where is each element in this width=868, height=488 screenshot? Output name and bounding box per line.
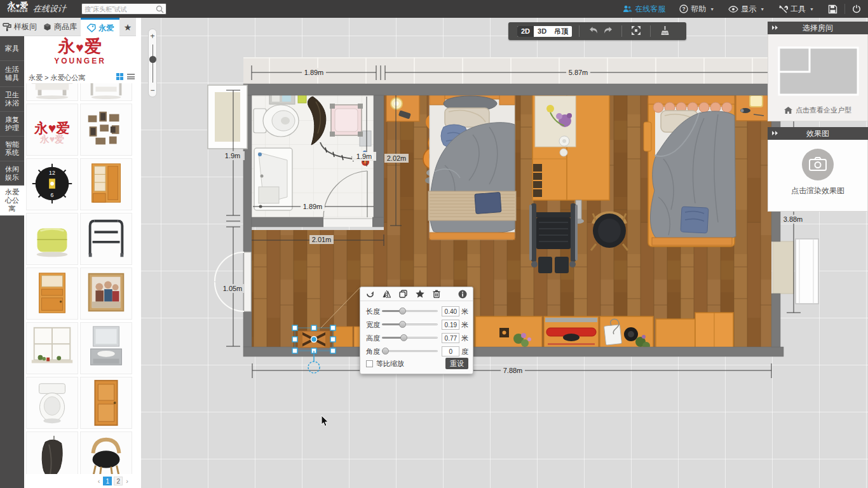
tools-menu[interactable]: 工具▼ [771, 0, 821, 18]
breadcrumb[interactable]: 永爱 > 永爱心公寓 [29, 73, 118, 83]
selection-handle[interactable] [292, 325, 297, 330]
undo-button[interactable] [587, 26, 600, 37]
product-thumb-coat-rack[interactable] [26, 431, 78, 474]
online-service-button[interactable]: 在线客服 [616, 0, 672, 18]
render-header[interactable]: 效果图 [768, 127, 868, 140]
floorplan-drawing: 1.89m5.87m7.88m1.9m1.05m3.88m1.89m1.9m2.… [141, 18, 868, 488]
product-thumb-vanity-mirror[interactable] [80, 322, 132, 374]
left-window [208, 85, 247, 149]
product-thumb-walker-frame[interactable] [80, 213, 132, 265]
grid-view-icon[interactable] [116, 73, 123, 80]
tab-templates[interactable]: 样板间 [0, 18, 39, 36]
product-thumb-orange-door[interactable] [80, 377, 132, 429]
rotate-handle[interactable] [308, 362, 320, 373]
length-slider[interactable] [382, 306, 438, 316]
collapse-icon[interactable] [771, 130, 778, 136]
next-page-button[interactable]: › [125, 477, 130, 485]
room-thumbnail[interactable] [777, 46, 860, 97]
selection-handle[interactable] [330, 348, 336, 353]
uniform-scale-checkbox[interactable] [366, 360, 373, 367]
exit-button[interactable] [845, 0, 868, 18]
page-button-2[interactable]: 2 [114, 477, 123, 485]
prev-page-button[interactable]: ‹ [97, 477, 102, 485]
product-thumb-black-wall-clock[interactable]: 126 [26, 158, 78, 210]
product-thumb-window-with-plants[interactable] [26, 322, 78, 374]
fullscreen-button[interactable] [629, 25, 643, 37]
clear-button[interactable] [658, 25, 672, 37]
toilet[interactable] [254, 105, 299, 137]
room-select-header[interactable]: 选择房间 [768, 22, 868, 34]
zoom-in-button[interactable]: + [149, 33, 156, 39]
floorplan-canvas[interactable]: 1.89m5.87m7.88m1.9m1.05m3.88m1.89m1.9m2.… [141, 18, 868, 488]
nightstand-1[interactable] [386, 95, 419, 121]
view-enterprise-layouts-link[interactable]: 点击查看企业户型 [768, 105, 867, 115]
selection-handle[interactable] [330, 337, 336, 342]
sidebar-item-smart-system[interactable]: 智能系统 [0, 137, 24, 161]
width-slider[interactable] [382, 320, 438, 330]
sidebar-item-label: 家具 [5, 44, 19, 53]
sidebar-item-leisure[interactable]: 休闲娱乐 [0, 161, 24, 186]
angle-slider[interactable] [382, 346, 438, 356]
product-thumb-orange-cabinet[interactable] [26, 268, 78, 320]
view-3d-button[interactable]: 3D [534, 26, 550, 37]
selection-handle[interactable] [292, 348, 297, 353]
help-menu[interactable]: ? 帮助▼ [672, 0, 721, 18]
product-thumb-partial-light-item[interactable] [26, 83, 78, 101]
save-button[interactable] [821, 0, 844, 18]
nightstand-2[interactable] [736, 93, 768, 121]
bed-1[interactable] [428, 92, 516, 240]
product-thumb-green-ottoman[interactable] [26, 213, 78, 265]
sidebar-item-label: 生活辅具 [2, 65, 22, 82]
bathtub[interactable] [254, 148, 292, 210]
search-icon[interactable] [156, 5, 164, 13]
render-camera-button[interactable] [802, 149, 834, 180]
search-input[interactable] [85, 4, 154, 14]
bed-2[interactable] [644, 95, 736, 247]
sidebar-item-yongai-apartment[interactable]: 永爱心公寓 [0, 186, 24, 216]
height-input[interactable] [442, 333, 459, 343]
product-thumb-wooden-chair[interactable] [80, 431, 132, 474]
view-ceiling-button[interactable]: 吊顶 [550, 26, 572, 37]
tab-favorites[interactable]: ★ [119, 18, 136, 36]
width-input[interactable] [442, 320, 459, 330]
stool[interactable] [591, 214, 628, 251]
product-thumb-partial-shelf-item[interactable] [80, 83, 132, 101]
page-button-1[interactable]: 1 [103, 477, 112, 485]
tab-products[interactable]: 商品库 [39, 18, 81, 36]
star-icon[interactable] [416, 290, 424, 298]
tab-yongai[interactable]: 永爱 [81, 18, 119, 36]
rotate-icon[interactable] [366, 290, 374, 298]
render-hint-link[interactable]: 点击渲染效果图 [768, 186, 867, 196]
display-menu[interactable]: 显示▼ [721, 0, 771, 18]
flip-icon[interactable] [383, 290, 391, 298]
product-thumb-red-logo-decor[interactable]: 永♥爱永♥爱 [26, 104, 78, 156]
length-input[interactable] [442, 306, 459, 316]
collapse-icon[interactable] [771, 25, 778, 30]
svg-text:12: 12 [49, 170, 55, 176]
selection-handle[interactable] [292, 337, 297, 342]
product-thumb-photo-wall-frames[interactable] [80, 104, 132, 156]
redo-button[interactable] [600, 26, 614, 37]
product-thumb-family-photo[interactable] [80, 268, 132, 320]
view-2d-button[interactable]: 2D [517, 26, 534, 37]
category-sidebar: 家具 生活辅具 卫生沐浴 康复护理 智能系统 休闲娱乐 永爱心公寓 [0, 36, 24, 488]
trash-icon[interactable] [433, 290, 440, 298]
list-view-icon[interactable] [127, 73, 135, 80]
zoom-slider-knob[interactable] [149, 56, 156, 63]
shower-tray[interactable] [330, 104, 363, 137]
product-thumb-orange-wardrobe[interactable] [80, 158, 132, 210]
selection-handle[interactable] [330, 325, 336, 330]
reset-button[interactable]: 重设 [445, 358, 468, 369]
height-slider[interactable] [382, 333, 438, 343]
sidebar-item-rehab-care[interactable]: 康复护理 [0, 112, 24, 137]
product-thumb-toilet[interactable] [26, 377, 78, 429]
info-icon[interactable] [458, 290, 467, 299]
sidebar-item-furniture[interactable]: 家具 [0, 36, 24, 61]
zoom-out-button[interactable]: − [149, 87, 156, 93]
sidebar-item-life-aids[interactable]: 生活辅具 [0, 61, 24, 87]
selection-handle[interactable] [311, 325, 316, 330]
copy-icon[interactable] [399, 290, 407, 298]
angle-input[interactable] [442, 346, 459, 356]
breadcrumb-root[interactable]: 永爱 [29, 74, 43, 81]
sidebar-item-sanitary[interactable]: 卫生沐浴 [0, 87, 24, 112]
